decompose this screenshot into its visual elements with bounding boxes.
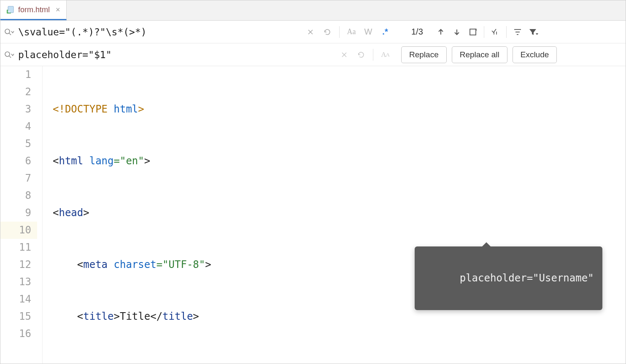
clear-find-icon[interactable] [304,25,317,39]
code-line: </head> [53,360,626,364]
filter-toggle-icon[interactable] [511,25,524,39]
exclude-button[interactable]: Exclude [513,46,557,63]
regex-toggle[interactable]: .* [378,25,392,39]
clear-replace-icon[interactable] [337,48,351,62]
find-bar: Aa W .* 1/3 [0,21,626,43]
code-line: <!DOCTYPE html> [53,101,626,118]
find-input[interactable] [18,27,300,37]
find-history-icon[interactable] [321,25,334,39]
replace-input[interactable] [18,49,334,60]
line-number: 5 [0,135,37,153]
code-line: <html lang="en"> [53,153,626,170]
close-icon[interactable]: × [56,5,60,14]
line-number: 2 [0,83,37,101]
line-number: 3 [0,101,37,118]
line-number: 15 [0,308,37,325]
line-number: 11 [0,239,37,256]
editor-tab[interactable]: H form.html × [0,0,67,20]
match-case-toggle[interactable]: Aa [345,25,358,39]
select-all-icon[interactable] [466,25,480,39]
separator [373,49,373,61]
separator [484,26,484,38]
code-line: <head> [53,204,626,222]
line-number: 4 [0,118,37,135]
line-number: 16 [0,325,37,343]
separator [339,26,340,38]
replace-all-button[interactable]: Replace all [452,46,507,63]
separator [506,26,507,38]
svg-point-3 [5,29,10,34]
replace-icon [4,51,15,59]
prev-match-icon[interactable] [434,25,448,39]
replace-preview-tooltip: placeholder="Username" [415,246,602,310]
line-number: 6 [0,153,37,170]
replace-history-icon[interactable] [354,48,368,62]
match-count: 1/3 [411,27,423,37]
svg-rect-9 [470,29,476,35]
tab-filename: form.html [18,5,50,14]
tab-bar: H form.html × [0,0,626,21]
line-number: 7 [0,170,37,187]
filter-icon[interactable] [527,25,540,39]
code-editor[interactable]: 1 2 3 4 5 6 7 8 9 10 11 12 13 14 15 16 <… [0,66,626,364]
search-icon [4,28,15,36]
line-number: 9 [0,204,37,222]
add-selection-icon[interactable] [488,25,502,39]
svg-point-15 [5,52,10,56]
html-file-icon: H [6,5,15,14]
line-number: 8 [0,187,37,204]
preserve-case-toggle[interactable]: AA [378,48,392,62]
code-line: <title>Title</title> [53,308,626,325]
tooltip-text: placeholder="Username" [460,272,594,284]
whole-words-toggle[interactable]: W [362,25,375,39]
code-area[interactable]: <!DOCTYPE html> <html lang="en"> <head> … [43,66,626,364]
line-number: 13 [0,273,37,291]
line-number: 1 [0,66,37,83]
replace-bar: AA Replace Replace all Exclude [0,43,626,66]
line-gutter: 1 2 3 4 5 6 7 8 9 10 11 12 13 14 15 16 [0,66,43,364]
line-number: 10 [0,222,37,239]
svg-text:H: H [8,10,10,13]
line-number: 12 [0,256,37,273]
line-number: 14 [0,291,37,308]
replace-button[interactable]: Replace [401,46,447,63]
next-match-icon[interactable] [450,25,464,39]
